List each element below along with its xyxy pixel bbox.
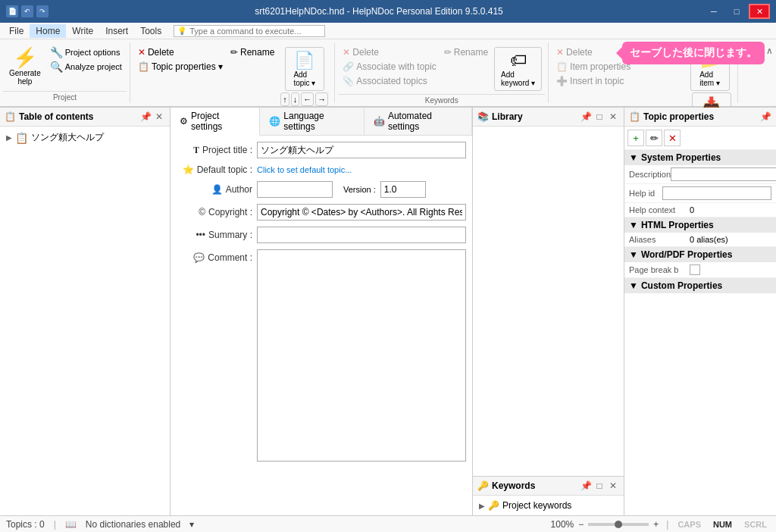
caps-indicator: CAPS — [674, 519, 704, 530]
props-pin-button[interactable]: 📌 — [759, 111, 771, 123]
project-title-input[interactable] — [257, 142, 466, 158]
project-buttons: ⚡ Generatehelp 🔧 Project options 🔍 Analy… — [3, 44, 127, 91]
zoom-min-button[interactable]: − — [577, 519, 585, 530]
custom-properties-header[interactable]: ▼ Custom Properties — [624, 278, 776, 293]
version-input[interactable] — [380, 181, 426, 198]
item-properties-button[interactable]: 📋 Item properties — [553, 60, 634, 74]
custom-properties-section: ▼ Custom Properties — [624, 278, 776, 293]
toc-close-button[interactable]: ✕ — [153, 111, 165, 123]
project-settings-tab-label: Project settings — [191, 111, 250, 132]
props-delete-button[interactable]: ✕ — [664, 130, 681, 146]
delete-toc-button[interactable]: ✕ Delete — [135, 45, 226, 59]
dictionaries-dropdown[interactable]: ▾ — [189, 519, 194, 530]
project-options-button[interactable]: 🔧 Project options — [47, 45, 125, 59]
associate-label: Associate with topic — [356, 61, 436, 72]
assoc-topics-label: Associated topics — [356, 76, 427, 86]
assoc-topics-icon: 📎 — [343, 76, 354, 86]
system-properties-header[interactable]: ▼ System Properties — [624, 150, 776, 165]
title-bar-app-icons: 📄 ↶ ↷ — [6, 5, 48, 17]
system-props-collapse-icon: ▼ — [629, 152, 638, 163]
redo-icon[interactable]: ↷ — [36, 5, 48, 17]
library-panel: 📚 Library 📌 □ ✕ 🔑 Keywords 📌 □ — [473, 108, 624, 515]
props-edit-button[interactable]: ✏ — [646, 130, 662, 146]
associate-topic-button[interactable]: 🔗 Associate with topic — [340, 60, 439, 74]
author-version-row: 👤 Author Version : — [177, 181, 466, 198]
html-properties-section: ▼ HTML Properties Aliases 0 alias(es) — [624, 217, 776, 247]
language-settings-tab-icon: 🌐 — [269, 116, 280, 127]
topic-prop-label: Topic properties ▾ — [152, 61, 223, 72]
summary-input[interactable] — [257, 227, 466, 243]
analyze-project-button[interactable]: 🔍 Analyze project — [47, 60, 125, 74]
keywords-close-button[interactable]: ✕ — [607, 480, 619, 492]
library-pin-button[interactable]: 📌 — [580, 111, 592, 123]
html-props-title: HTML Properties — [641, 220, 714, 230]
add-topic-icon: 📄 — [294, 51, 314, 70]
add-keyword-button[interactable]: 🏷 Addkeyword ▾ — [494, 47, 542, 91]
help-id-input[interactable] — [662, 186, 771, 200]
rename-toc-button[interactable]: ✏ Rename — [227, 45, 277, 59]
page-break-checkbox[interactable] — [690, 264, 700, 275]
description-input[interactable] — [671, 167, 776, 181]
wordpdf-properties-header[interactable]: ▼ Word/PDF Properties — [624, 247, 776, 262]
restore-button[interactable]: □ — [726, 4, 747, 19]
ribbon-collapse[interactable]: ∧ — [763, 42, 776, 103]
copyright-icon: © — [199, 207, 205, 217]
kw-label: Project keywords — [502, 500, 571, 511]
project-keywords-item[interactable]: ▶ 🔑 Project keywords — [476, 499, 621, 512]
delete-kw-button[interactable]: ✕ Delete — [340, 45, 439, 59]
copyright-input[interactable] — [257, 204, 466, 221]
ribbon-section-keywords: ✕ Delete 🔗 Associate with topic 📎 Associ… — [335, 42, 549, 103]
tab-automated-settings[interactable]: 🤖 Automated settings — [365, 108, 472, 135]
menu-tools[interactable]: Tools — [134, 24, 167, 38]
command-search-input[interactable] — [189, 27, 321, 36]
topic-properties-button[interactable]: 📋 Topic properties ▾ — [135, 60, 226, 74]
add-topic-button[interactable]: 📄 Addtopic ▾ — [285, 47, 324, 91]
keywords-buttons: ✕ Delete 🔗 Associate with topic 📎 Associ… — [338, 44, 545, 94]
props-add-button[interactable]: + — [627, 130, 644, 146]
library-close-button[interactable]: ✕ — [607, 111, 619, 123]
version-label: Version : — [343, 185, 376, 194]
move-left-button[interactable]: ← — [301, 92, 314, 106]
help-id-label: Help id — [629, 189, 662, 198]
toc-pin-button[interactable]: 📌 — [139, 111, 152, 123]
close-button[interactable]: ✕ — [749, 4, 770, 19]
move-up-button[interactable]: ↑ — [280, 92, 289, 106]
wordpdf-collapse-icon: ▼ — [629, 249, 638, 260]
html-properties-header[interactable]: ▼ HTML Properties — [624, 217, 776, 233]
generate-help-button[interactable]: ⚡ Generatehelp — [5, 45, 45, 88]
library-maximize-button[interactable]: □ — [593, 111, 605, 123]
default-topic-link[interactable]: Click to set default topic... — [257, 165, 352, 174]
associated-topics-button[interactable]: 📎 Associated topics — [340, 74, 439, 88]
keywords-maximize-button[interactable]: □ — [593, 480, 605, 492]
insert-topic-icon: ➕ — [556, 76, 568, 86]
wordpdf-properties-section: ▼ Word/PDF Properties Page break b — [624, 247, 776, 278]
app-icon: 📄 — [6, 5, 18, 17]
chevron-up-icon[interactable]: ∧ — [766, 45, 773, 56]
menu-file[interactable]: File — [3, 24, 30, 38]
library-panel-controls: 📌 □ ✕ — [580, 111, 619, 123]
zoom-slider[interactable] — [588, 523, 649, 526]
rename-kw-button[interactable]: ✏ Rename — [441, 45, 491, 59]
undo-icon[interactable]: ↶ — [21, 5, 33, 17]
tab-language-settings[interactable]: 🌐 Language settings — [260, 108, 365, 135]
props-toolbar: + ✏ ✕ — [624, 127, 776, 150]
menu-home[interactable]: Home — [30, 24, 66, 38]
minimize-button[interactable]: ─ — [703, 4, 724, 19]
menu-write[interactable]: Write — [66, 24, 99, 38]
html-props-collapse-icon: ▼ — [629, 220, 638, 230]
author-input[interactable] — [257, 181, 333, 198]
keywords-pin-button[interactable]: 📌 — [580, 480, 592, 492]
library-content — [473, 127, 624, 476]
status-bar-right: 100% − + | CAPS NUM SCRL — [551, 519, 770, 530]
command-search-box[interactable]: 💡 — [174, 25, 325, 37]
toc-item[interactable]: ▶ 📋 ソング頼大ヘルプ — [3, 130, 167, 146]
insert-in-topic-button[interactable]: ➕ Insert in topic — [553, 74, 634, 88]
topic-properties-header: 📋 Topic properties 📌 — [624, 108, 776, 127]
tab-project-settings[interactable]: ⚙ Project settings — [171, 108, 260, 136]
zoom-max-button[interactable]: + — [652, 519, 660, 530]
comment-textarea[interactable] — [257, 249, 466, 462]
menu-insert[interactable]: Insert — [99, 24, 134, 38]
toc-panel-title: Table of contents — [19, 111, 93, 122]
move-down-button[interactable]: ↓ — [291, 92, 300, 106]
move-right-button[interactable]: → — [315, 92, 328, 106]
